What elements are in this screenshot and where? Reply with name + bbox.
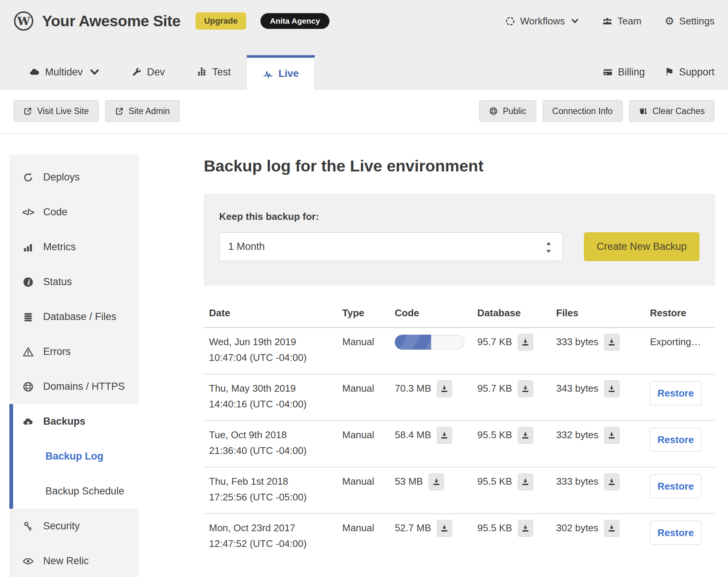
download-files-button[interactable] — [604, 427, 620, 444]
backup-files-cell: 302 bytes — [556, 520, 645, 551]
database-size: 95.7 KB — [477, 380, 512, 396]
test-bars-icon — [197, 67, 207, 77]
backup-date-cell: Wed, Jun 19th 2019 10:47:04 (UTC -04:00) — [204, 334, 342, 365]
content-area: Deploys </> Code Metrics i Status Databa… — [0, 134, 728, 577]
settings-menu[interactable]: ⚙ Settings — [665, 15, 714, 27]
sidebar-item-security[interactable]: Security — [9, 509, 139, 544]
retention-select[interactable]: 1 Month — [219, 232, 563, 261]
database-size: 95.5 KB — [477, 473, 512, 489]
billing-link[interactable]: Billing — [603, 66, 645, 78]
download-code-button[interactable] — [437, 427, 452, 444]
backup-date: Tue, Oct 9th 2018 — [209, 427, 342, 443]
download-icon — [521, 431, 530, 440]
backup-time: 17:25:56 (UTC -05:00) — [209, 489, 342, 505]
backup-time: 21:36:40 (UTC -04:00) — [209, 443, 342, 458]
code-size: 52.7 MB — [395, 520, 431, 536]
connection-info-label: Connection Info — [552, 106, 613, 116]
workflows-menu[interactable]: Workflows — [505, 15, 579, 27]
download-database-button[interactable] — [518, 380, 533, 397]
sidebar-item-errors[interactable]: Errors — [9, 334, 139, 369]
download-database-button[interactable] — [518, 520, 533, 537]
chevron-down-icon — [571, 17, 579, 25]
column-header-date: Date — [204, 307, 342, 319]
download-icon — [607, 385, 616, 394]
column-header-type: Type — [342, 307, 395, 319]
eye-icon — [22, 556, 34, 567]
restore-button[interactable]: Restore — [650, 474, 701, 498]
team-menu[interactable]: Team — [602, 15, 641, 27]
globe-icon — [489, 107, 498, 116]
backup-date-cell: Thu, Feb 1st 2018 17:25:56 (UTC -05:00) — [204, 473, 342, 505]
download-code-button[interactable] — [437, 520, 452, 537]
code-size-wrap: 53 MB — [395, 473, 477, 490]
restore-button[interactable]: Restore — [650, 381, 701, 405]
sidebar-item-status[interactable]: i Status — [9, 264, 139, 299]
code-size: 70.3 MB — [395, 380, 431, 396]
chevron-down-icon — [89, 67, 100, 77]
download-database-button[interactable] — [518, 473, 533, 490]
info-circle-icon: i — [22, 276, 34, 288]
download-code-button[interactable] — [429, 473, 444, 490]
code-progress-fill — [395, 335, 431, 350]
sidebar-item-database-files[interactable]: Database / Files — [9, 299, 139, 334]
sidebar-item-new-relic[interactable]: New Relic — [9, 544, 139, 577]
sidebar-item-deploys[interactable]: Deploys — [9, 160, 139, 195]
gear-icon: ⚙ — [665, 16, 674, 27]
download-files-button[interactable] — [604, 473, 620, 490]
code-size: 58.4 MB — [395, 427, 431, 443]
site-title: Your Awesome Site — [42, 12, 180, 30]
key-icon — [22, 521, 34, 532]
tab-live[interactable]: Live — [247, 55, 315, 90]
visit-live-site-button[interactable]: Visit Live Site — [14, 100, 99, 122]
download-icon — [521, 385, 530, 394]
backup-table-row: Thu, May 30th 2019 14:40:16 (UTC -04:00)… — [204, 374, 715, 421]
download-database-button[interactable] — [518, 427, 533, 444]
public-button[interactable]: Public — [479, 100, 536, 122]
sidebar-item-backup-log[interactable]: Backup Log — [13, 439, 139, 474]
connection-info-button[interactable]: Connection Info — [543, 100, 623, 122]
tab-dev[interactable]: Dev — [116, 55, 181, 89]
team-icon — [602, 16, 612, 26]
wordpress-logo-icon: W — [14, 11, 34, 31]
sidebar-item-code[interactable]: </> Code — [9, 195, 139, 230]
site-admin-button[interactable]: Site Admin — [105, 100, 180, 122]
download-files-button[interactable] — [604, 520, 620, 537]
top-navigation: Workflows Team ⚙ Settings — [505, 15, 714, 27]
download-files-button[interactable] — [604, 334, 620, 351]
backup-type-cell: Manual — [342, 334, 395, 365]
sidebar-item-metrics[interactable]: Metrics — [9, 230, 139, 264]
backup-time: 10:47:04 (UTC -04:00) — [209, 350, 342, 365]
code-size-wrap: 52.7 MB — [395, 520, 477, 537]
backup-date: Thu, Feb 1st 2018 — [209, 473, 342, 489]
restore-button[interactable]: Restore — [650, 428, 701, 452]
cloud-upload-icon — [22, 416, 34, 427]
upgrade-button[interactable]: Upgrade — [196, 12, 246, 30]
sidebar-item-backups[interactable]: Backups — [13, 404, 139, 439]
download-code-button[interactable] — [437, 380, 452, 397]
sidebar-item-backup-schedule[interactable]: Backup Schedule — [13, 474, 139, 509]
create-new-backup-button[interactable]: Create New Backup — [584, 232, 699, 261]
download-database-button[interactable] — [518, 334, 533, 351]
backup-table: Date Type Code Database Files Restore We… — [204, 307, 715, 560]
backup-database-cell: 95.5 KB — [477, 520, 556, 551]
site-admin-label: Site Admin — [129, 106, 170, 116]
sidebar-item-domains-https[interactable]: Domains / HTTPS — [9, 369, 139, 404]
support-link[interactable]: ⚑ Support — [664, 66, 714, 78]
restore-button[interactable]: Restore — [650, 521, 701, 545]
wrench-icon — [131, 67, 142, 77]
bar-chart-icon — [22, 242, 34, 253]
column-header-code: Code — [395, 307, 477, 319]
download-files-button[interactable] — [604, 380, 620, 397]
download-icon — [440, 385, 449, 394]
actionbar-left: Visit Live Site Site Admin — [14, 100, 180, 122]
backup-database-cell: 95.7 KB — [477, 380, 556, 412]
tab-multidev[interactable]: Multidev — [14, 55, 116, 89]
backup-database-cell: 95.5 KB — [477, 473, 556, 505]
code-progress — [395, 335, 465, 350]
code-icon: </> — [22, 207, 34, 218]
tab-test[interactable]: Test — [181, 55, 247, 89]
backup-code-cell: 52.7 MB — [395, 520, 477, 551]
backup-restore-cell: Restore Restore — [645, 473, 715, 505]
svg-text:W: W — [17, 14, 30, 28]
clear-caches-button[interactable]: Clear Caches — [629, 100, 714, 122]
